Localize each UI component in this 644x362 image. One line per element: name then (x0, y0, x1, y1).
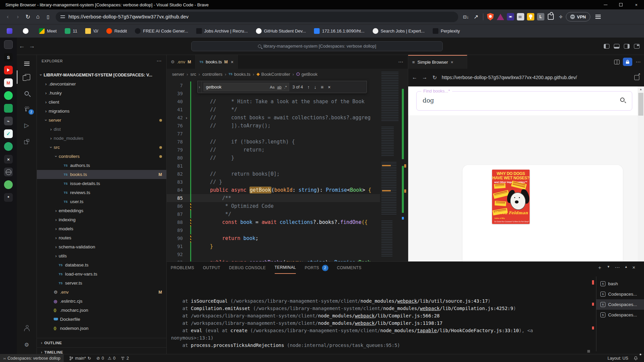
bookmark-item[interactable]: FREE AI Code Gener... (132, 27, 191, 35)
reload-icon[interactable]: ↻ (430, 74, 440, 81)
notifications-bell-icon[interactable] (631, 354, 641, 362)
accounts-icon[interactable] (17, 322, 37, 335)
history-back-icon[interactable]: ← (17, 43, 27, 50)
outline-section[interactable]: ›OUTLINE (37, 338, 167, 347)
tree-item[interactable]: › node_modules (37, 134, 167, 143)
brave-rewards-icon[interactable] (495, 12, 505, 22)
extension-l-icon[interactable]: L (536, 12, 546, 22)
sidebar-tab-favicon[interactable]: M (4, 78, 13, 87)
reload-icon[interactable]: ↻ (23, 12, 33, 22)
page-scrollbar[interactable]: ▲ (638, 86, 644, 261)
leo-ai-icon[interactable]: ✧ (556, 12, 566, 22)
terminal-dropdown-icon[interactable]: ▾ (607, 264, 609, 271)
site-settings-icon[interactable] (60, 15, 65, 18)
minimap[interactable] (380, 69, 400, 261)
tree-item[interactable]: Dockerfile (37, 315, 167, 324)
panel-tab[interactable]: TERMINAL (275, 262, 296, 274)
code-line[interactable]: 82 // return books[0]; (167, 170, 380, 178)
code-line[interactable]: 84 public async getBook(bookId: string):… (167, 186, 380, 194)
tree-item[interactable]: › client (37, 98, 167, 107)
tree-item[interactable]: ⚙ .env M (37, 288, 167, 297)
whole-word-icon[interactable]: ab (277, 85, 282, 89)
tree-item[interactable]: › controllers (37, 152, 167, 161)
terminal-list-item[interactable]: $ Codespaces... (596, 299, 644, 310)
breadcrumb-item[interactable]: › controllers (196, 72, 222, 77)
tree-item[interactable]: › src (37, 143, 167, 152)
code-line[interactable]: 42› // const books = await collections?.… (167, 114, 380, 122)
minimize-button[interactable] (598, 0, 613, 9)
panel-tab[interactable]: OUTPUT (203, 262, 220, 274)
sidebar-tab-favicon[interactable]: * (4, 193, 13, 202)
remote-indicator[interactable]: ›‹ Codespaces: verbose dollop (0, 354, 64, 362)
tree-item[interactable]: › models (37, 224, 167, 233)
sidebar-tab-favicon[interactable] (4, 40, 13, 49)
problems-status[interactable]: ⊘0 ⚠0 (94, 354, 118, 362)
close-panel-icon[interactable]: × (632, 264, 635, 271)
panel-tab[interactable]: DEBUG CONSOLE (229, 262, 266, 274)
tree-item[interactable]: › migrations (37, 107, 167, 116)
breadcrumb-item[interactable]: › server (172, 72, 184, 77)
find-books-input[interactable]: Find books...* dog (416, 91, 632, 111)
code-line[interactable]: 89 (167, 226, 380, 234)
terminal-output[interactable]: at isSourceEqual (/workspaces/library-ma… (171, 281, 590, 362)
terminal-list-item[interactable]: $ bash (596, 279, 644, 289)
toggle-secondary-sidebar-icon[interactable] (624, 44, 630, 49)
close-find-icon[interactable]: × (328, 84, 330, 90)
tree-item[interactable]: {} nodemon.json (37, 324, 167, 333)
terminal-list-item[interactable]: $ Codespaces... (596, 310, 644, 320)
bookmark-item[interactable]: Perplexity (430, 27, 463, 35)
bookmark-item[interactable]: \0/ (83, 27, 101, 35)
toggle-panel-icon[interactable] (614, 44, 620, 49)
tree-item[interactable]: TS user.ts (37, 197, 167, 206)
tree-item[interactable]: TS load-env-vars.ts (37, 269, 167, 279)
sidebar-tab-favicon[interactable]: ⌁ (4, 117, 13, 125)
close-tab-icon[interactable]: × (231, 59, 233, 65)
forward-icon[interactable]: › (13, 12, 23, 22)
more-actions-icon[interactable]: ⋯ (636, 59, 641, 65)
tree-item[interactable]: TS issue-details.ts (37, 179, 167, 188)
close-tab-icon[interactable]: × (451, 60, 453, 65)
panel-tab[interactable]: PROBLEMS (171, 262, 194, 274)
code-line[interactable]: 80 // } (167, 154, 380, 162)
vpn-button[interactable]: VPN (566, 12, 590, 21)
code-line[interactable]: 91 } (167, 242, 380, 250)
code-line[interactable]: 83 // } (167, 178, 380, 186)
code-editor[interactable]: 73940 // * Hint: Take a look at the shap… (167, 81, 380, 261)
extension-window-icon[interactable] (516, 12, 526, 22)
breadcrumb-item[interactable]: › TS books.ts (222, 72, 250, 77)
match-case-icon[interactable]: Aa (270, 85, 274, 89)
sidebar-tab-favicon[interactable] (4, 142, 13, 151)
code-line[interactable]: 77 (167, 130, 380, 138)
sidebar-tab-favicon[interactable] (4, 104, 13, 113)
extension-eye-icon[interactable] (505, 12, 516, 22)
code-line[interactable]: 78 // if (!books?.length) { (167, 138, 380, 146)
tree-item[interactable]: TS server.ts (37, 279, 167, 288)
bookmark-item[interactable]: Jobs Archive | Recru... (194, 27, 251, 35)
extensions-puzzle-icon[interactable] (546, 12, 556, 22)
tree-item[interactable]: › utils (37, 251, 167, 260)
tab-env[interactable]: ⚙ .env M (167, 55, 196, 69)
maximize-button[interactable] (613, 0, 629, 9)
tree-item[interactable]: ◎ .eslintrc.cjs (37, 297, 167, 306)
code-line[interactable]: 86 * Optimized Code (167, 202, 380, 210)
find-in-selection-icon[interactable]: ≡ (321, 84, 323, 90)
tree-item[interactable]: TS books.ts M (37, 170, 167, 179)
open-external-icon[interactable] (634, 75, 639, 80)
breadcrumb-item[interactable]: › ⬡ getBook (290, 72, 318, 77)
extension-keep-icon[interactable] (526, 12, 536, 22)
search-icon[interactable] (620, 98, 625, 102)
tree-item[interactable]: › .devcontainer (37, 79, 167, 88)
explorer-icon[interactable] (17, 70, 37, 84)
url-text[interactable]: https://verbose-dollop-57g57qww9xw377vx.… (68, 14, 189, 19)
brave-shield-icon[interactable] (485, 12, 495, 22)
tree-item[interactable]: TS authors.ts (37, 161, 167, 170)
breadcrumb-item[interactable]: › src (184, 72, 196, 77)
back-icon[interactable]: ‹ (3, 12, 13, 22)
panel-more-icon[interactable]: ⋯ (615, 264, 620, 271)
tree-item[interactable]: TS reviews.ts (37, 188, 167, 197)
bookmark-item[interactable]: Reddit (104, 27, 130, 35)
address-bar[interactable]: https://verbose-dollop-57g57qww9xw377vx.… (56, 12, 458, 22)
source-control-icon[interactable]: 2 (17, 103, 37, 116)
share-icon[interactable]: ↗ (471, 12, 481, 22)
extensions-icon[interactable] (17, 135, 37, 148)
